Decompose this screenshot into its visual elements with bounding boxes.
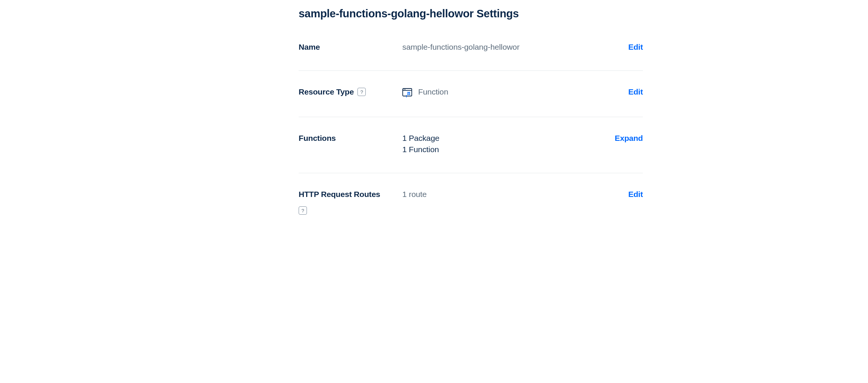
functions-packages-value: 1 Package (402, 134, 439, 143)
settings-row-functions: Functions 1 Package 1 Function Expand (299, 134, 643, 173)
settings-row-http-routes: HTTP Request Routes ? 1 route Edit (299, 190, 643, 233)
functions-count-value: 1 Function (402, 145, 439, 154)
edit-resource-type-button[interactable]: Edit (628, 87, 643, 96)
svg-point-3 (405, 89, 406, 90)
function-icon (402, 88, 413, 98)
name-value: sample-functions-golang-hellowor (402, 43, 520, 52)
edit-name-button[interactable]: Edit (628, 43, 643, 51)
http-routes-value: 1 route (402, 190, 427, 199)
settings-row-name: Name sample-functions-golang-hellowor Ed… (299, 43, 643, 71)
functions-label: Functions (299, 134, 336, 143)
resource-type-value: Function (418, 87, 448, 96)
svg-point-2 (404, 89, 405, 90)
page-title: sample-functions-golang-hellowor Setting… (299, 8, 643, 20)
name-label: Name (299, 43, 320, 52)
http-routes-label: HTTP Request Routes (299, 190, 380, 199)
edit-http-routes-button[interactable]: Edit (628, 190, 643, 198)
resource-type-label: Resource Type (299, 87, 354, 96)
help-icon[interactable]: ? (357, 88, 366, 96)
expand-functions-button[interactable]: Expand (615, 134, 643, 142)
help-icon[interactable]: ? (299, 206, 307, 215)
settings-row-resource-type: Resource Type ? Function Edit (299, 87, 643, 117)
